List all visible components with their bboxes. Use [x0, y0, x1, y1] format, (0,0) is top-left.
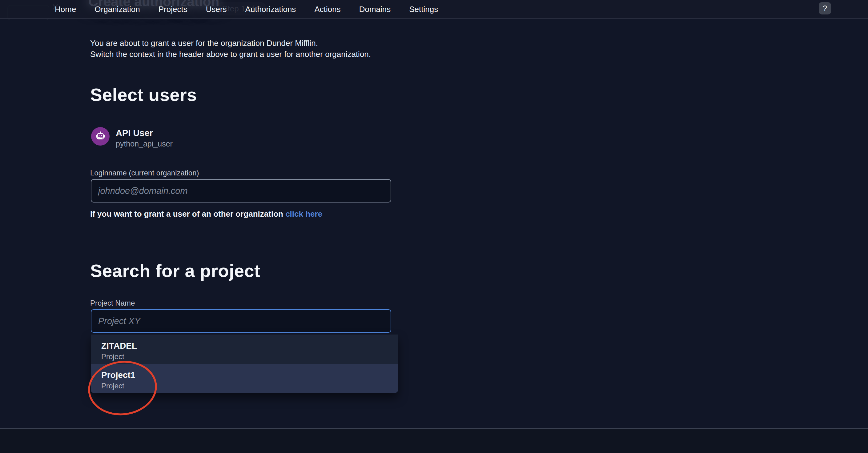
- footer: [0, 428, 868, 453]
- intro-line-2: Switch the context in the header above t…: [90, 48, 371, 60]
- selected-user-row[interactable]: API User python_api_user: [91, 127, 276, 147]
- help-button[interactable]: ?: [819, 2, 831, 14]
- project-name-label: Project Name: [90, 299, 135, 308]
- select-users-heading: Select users: [90, 84, 197, 105]
- other-org-line: If you want to grant a user of an other …: [90, 209, 322, 219]
- intro-text: You are about to grant a user for the or…: [90, 37, 371, 60]
- user-username: python_api_user: [116, 139, 173, 148]
- project-option-title: ZITADEL: [101, 341, 398, 351]
- search-project-heading: Search for a project: [90, 260, 260, 281]
- nav-item-projects[interactable]: Projects: [158, 5, 187, 14]
- nav-items: Home Organization Projects Users Authori…: [55, 0, 438, 19]
- main-content: You are about to grant a user for the or…: [0, 0, 868, 453]
- loginname-input[interactable]: [91, 179, 391, 202]
- nav-item-actions[interactable]: Actions: [314, 5, 340, 14]
- top-navbar: Home Organization Projects Users Authori…: [0, 0, 868, 19]
- user-display-name: API User: [116, 128, 153, 138]
- nav-item-domains[interactable]: Domains: [359, 5, 391, 14]
- loginname-label: Loginname (current organization): [90, 169, 199, 177]
- nav-item-users[interactable]: Users: [206, 5, 227, 14]
- nav-item-authorizations[interactable]: Authorizations: [245, 5, 296, 14]
- nav-item-organization[interactable]: Organization: [94, 5, 140, 14]
- other-org-text: If you want to grant a user of an other …: [90, 209, 283, 219]
- nav-item-home[interactable]: Home: [55, 5, 76, 14]
- nav-item-settings[interactable]: Settings: [409, 5, 438, 14]
- project-name-input[interactable]: [91, 309, 391, 333]
- user-avatar: [91, 127, 110, 145]
- robot-icon: [95, 131, 106, 142]
- intro-line-1: You are about to grant a user for the or…: [90, 37, 371, 48]
- project-option-zitadel[interactable]: ZITADEL Project: [91, 334, 398, 364]
- project-option-subtitle: Project: [101, 352, 398, 361]
- click-here-link[interactable]: click here: [285, 209, 322, 219]
